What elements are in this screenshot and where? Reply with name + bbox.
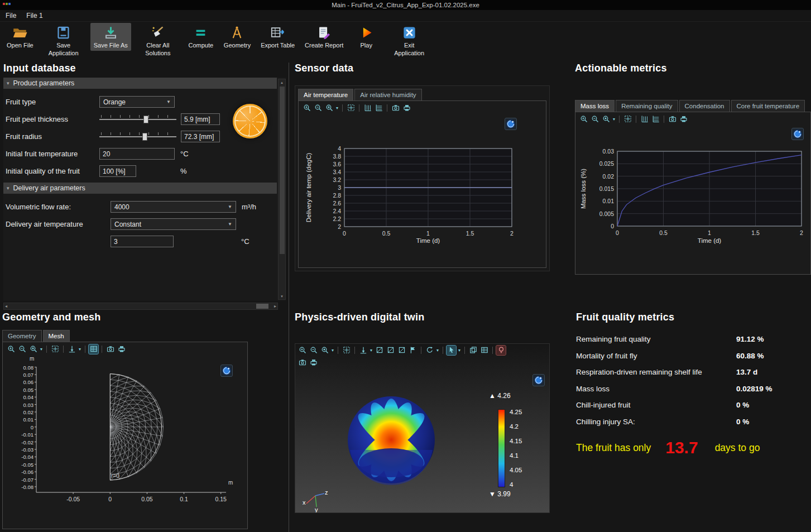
open-file-button[interactable]: Open File bbox=[3, 23, 37, 51]
play-button[interactable]: Play bbox=[350, 23, 382, 51]
dropdown-caret-icon[interactable]: ▾ bbox=[332, 348, 334, 353]
slider-handle[interactable] bbox=[143, 116, 148, 123]
print-icon[interactable] bbox=[679, 114, 688, 124]
table-icon[interactable] bbox=[89, 344, 98, 354]
input-database-title: Input database bbox=[3, 63, 286, 74]
scroll-down-icon[interactable]: ▾ bbox=[281, 293, 283, 299]
camera-icon[interactable] bbox=[668, 114, 677, 124]
plane-icon[interactable] bbox=[375, 346, 384, 355]
initial-temperature-input[interactable]: 20 bbox=[99, 148, 175, 160]
horizontal-scrollbar[interactable]: ◂ ▸ bbox=[3, 303, 278, 310]
initial-quality-input[interactable]: 100 [%] bbox=[99, 165, 136, 177]
exit-application-button[interactable]: Exit Application bbox=[386, 23, 433, 59]
comsol-logo-button[interactable] bbox=[220, 365, 233, 377]
table-icon[interactable] bbox=[479, 346, 489, 355]
dropdown-caret-icon[interactable]: ▾ bbox=[79, 347, 81, 352]
clear-all-solutions-button[interactable]: Clear All Solutions bbox=[135, 23, 181, 59]
camera-icon[interactable] bbox=[105, 344, 115, 354]
camera-icon[interactable] bbox=[391, 103, 400, 113]
copy-icon[interactable] bbox=[468, 346, 478, 355]
plane-icon[interactable] bbox=[397, 346, 406, 355]
zoom-out-icon[interactable] bbox=[17, 344, 27, 354]
digital-twin-viewport[interactable]: ▾▾▾▾ bbox=[295, 343, 550, 513]
scrollbar-thumb[interactable] bbox=[256, 304, 268, 309]
export-table-icon bbox=[270, 25, 285, 40]
zoom-out-icon[interactable] bbox=[313, 103, 323, 113]
menu-file[interactable]: File bbox=[6, 12, 16, 20]
zoom-box-icon[interactable] bbox=[601, 114, 611, 124]
y-tick-label: -0.03 bbox=[21, 446, 33, 452]
tab-condensation[interactable]: Condensation bbox=[679, 100, 730, 112]
fruit-3d-model[interactable] bbox=[335, 384, 447, 496]
peel-thickness-value[interactable]: 5.9 [mm] bbox=[181, 113, 220, 125]
tab-geometry[interactable]: Geometry bbox=[2, 330, 42, 342]
dropdown-caret-icon[interactable]: ▾ bbox=[613, 117, 615, 122]
axis-icon[interactable] bbox=[67, 344, 76, 354]
scroll-left-icon[interactable]: ◂ bbox=[5, 303, 7, 309]
comsol-logo-button[interactable] bbox=[532, 374, 545, 386]
scroll-right-icon[interactable]: ▸ bbox=[274, 303, 276, 309]
flow-rate-dropdown[interactable]: 4000 ▼ bbox=[111, 201, 236, 213]
print-icon[interactable] bbox=[117, 344, 126, 354]
zoom-box-icon[interactable] bbox=[28, 344, 38, 354]
create-report-button[interactable]: Create Report bbox=[301, 23, 347, 51]
rotate-icon[interactable] bbox=[425, 346, 434, 355]
axis-icon[interactable] bbox=[358, 346, 368, 355]
extents-icon[interactable] bbox=[346, 103, 356, 113]
light-icon[interactable] bbox=[496, 346, 506, 355]
tab-mesh[interactable]: Mesh bbox=[43, 330, 70, 342]
scrollbar-thumb[interactable] bbox=[280, 87, 285, 254]
extents-icon[interactable] bbox=[623, 114, 632, 124]
air-temperature-mode-dropdown[interactable]: Constant ▼ bbox=[111, 218, 236, 230]
tab-mass-loss[interactable]: Mass loss bbox=[575, 100, 615, 112]
tab-air-relative-humidity[interactable]: Air relative humidity bbox=[354, 89, 421, 100]
grid-x-icon[interactable] bbox=[374, 103, 383, 113]
save-application-button[interactable]: Save Application bbox=[40, 23, 87, 59]
zoom-out-icon[interactable] bbox=[590, 114, 599, 124]
fruit-radius-slider[interactable] bbox=[99, 131, 176, 142]
comsol-logo-button[interactable] bbox=[505, 118, 517, 130]
comsol-logo-button[interactable] bbox=[791, 128, 804, 140]
zoom-box-icon[interactable] bbox=[320, 346, 329, 355]
delivery-air-header[interactable]: ▾ Delivery air parameters bbox=[3, 183, 277, 194]
camera-icon[interactable] bbox=[297, 358, 307, 367]
menu-file-1[interactable]: File 1 bbox=[26, 12, 42, 20]
zoom-box-icon[interactable] bbox=[324, 103, 334, 113]
grid-y-icon[interactable] bbox=[640, 114, 649, 124]
extents-icon[interactable] bbox=[342, 346, 351, 355]
tab-remaining-quality[interactable]: Remaining quality bbox=[616, 100, 678, 112]
slider-handle[interactable] bbox=[142, 133, 147, 141]
pointer-icon[interactable] bbox=[447, 346, 456, 355]
zoom-out-icon[interactable] bbox=[309, 346, 318, 355]
plane-icon[interactable] bbox=[386, 346, 395, 355]
product-parameters-header[interactable]: ▾ Product parameters bbox=[3, 78, 277, 89]
export-table-button[interactable]: Export Table bbox=[257, 23, 298, 51]
dropdown-caret-icon[interactable]: ▾ bbox=[370, 348, 372, 353]
compute-button[interactable]: Compute bbox=[185, 23, 217, 51]
actionable-metrics-panel: Actionable metrics Mass loss Remaining q… bbox=[575, 63, 811, 275]
extents-icon[interactable] bbox=[50, 344, 60, 354]
save-file-as-button[interactable]: Save File As bbox=[90, 23, 131, 51]
dropdown-caret-icon[interactable]: ▾ bbox=[336, 106, 338, 111]
zoom-in-icon[interactable] bbox=[579, 114, 588, 124]
fruit-radius-value[interactable]: 72.3 [mm] bbox=[181, 131, 220, 142]
dropdown-caret-icon[interactable]: ▾ bbox=[436, 348, 439, 353]
scroll-up-icon[interactable]: ▴ bbox=[281, 79, 283, 85]
vertical-scrollbar[interactable]: ▴ ▾ bbox=[278, 79, 286, 300]
zoom-in-icon[interactable] bbox=[302, 103, 311, 113]
air-temperature-setpoint-input[interactable]: 3 bbox=[111, 236, 174, 247]
flag-icon[interactable] bbox=[408, 346, 418, 355]
zoom-in-icon[interactable] bbox=[6, 344, 16, 354]
dropdown-caret-icon[interactable]: ▾ bbox=[458, 348, 460, 353]
fruit-type-dropdown[interactable]: Orange ▼ bbox=[99, 96, 175, 108]
dropdown-caret-icon[interactable]: ▾ bbox=[40, 347, 42, 352]
grid-y-icon[interactable] bbox=[363, 103, 372, 113]
grid-x-icon[interactable] bbox=[651, 114, 660, 124]
peel-thickness-slider[interactable] bbox=[99, 114, 176, 125]
tab-air-temperature[interactable]: Air temperature bbox=[298, 89, 353, 100]
print-icon[interactable] bbox=[402, 103, 411, 113]
geometry-button[interactable]: Geometry bbox=[220, 23, 254, 51]
zoom-in-icon[interactable] bbox=[297, 346, 307, 355]
print-icon[interactable] bbox=[309, 358, 318, 367]
tab-core-fruit-temperature[interactable]: Core fruit temperature bbox=[731, 100, 805, 112]
